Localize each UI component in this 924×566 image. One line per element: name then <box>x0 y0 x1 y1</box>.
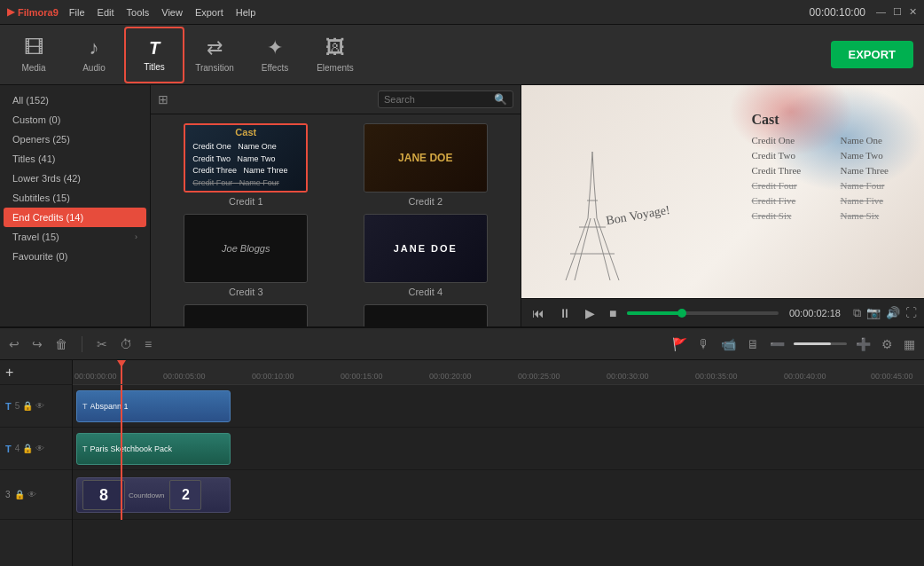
toolbar-media[interactable]: 🎞 Media <box>4 27 64 83</box>
track-label-3: 3 🔒 👁 <box>0 470 72 520</box>
window-controls: — ☐ ✕ <box>876 6 917 18</box>
menu-edit[interactable]: Edit <box>98 7 114 18</box>
transition-icon: ⇄ <box>207 36 223 59</box>
thumb-label-credit1: Credit 1 <box>229 196 263 207</box>
track1-lock-button[interactable]: 🔒 <box>22 401 33 411</box>
volume-slider[interactable] <box>794 342 847 345</box>
screen-mirror-icon[interactable]: ⧉ <box>853 306 861 320</box>
sidebar-item-custom[interactable]: Custom (0) <box>0 110 150 130</box>
credit-row-2: Credit Two Name Two <box>752 150 889 161</box>
thumb-label-credit2: Credit 2 <box>408 196 442 207</box>
redo-button[interactable]: ↪ <box>30 335 44 353</box>
stop-button[interactable]: ■ <box>606 304 620 322</box>
menu-view[interactable]: View <box>161 7 183 18</box>
export-button[interactable]: EXPORT <box>831 41 913 68</box>
track2-lock-button[interactable]: 🔒 <box>22 444 33 453</box>
menu-export[interactable]: Export <box>195 7 223 18</box>
thumb-label-credit3: Credit 3 <box>229 287 263 297</box>
maximize-button[interactable]: ☐ <box>893 6 902 18</box>
thumbnail-credit6[interactable] <box>340 304 513 326</box>
thumbnail-credit4[interactable]: JANE DOE Credit 4 <box>340 214 513 297</box>
equalizer-button[interactable]: ≡ <box>143 335 153 353</box>
track3-controls: 🔒 👁 <box>14 490 36 499</box>
delete-button[interactable]: 🗑 <box>53 335 69 353</box>
track3-eye-button[interactable]: 👁 <box>27 490 36 499</box>
close-button[interactable]: ✕ <box>909 6 917 18</box>
minimize-button[interactable]: — <box>876 6 886 18</box>
menu-tools[interactable]: Tools <box>127 7 150 18</box>
grid-view-icon[interactable]: ⊞ <box>158 92 168 106</box>
credit-row-2-name: Credit Two <box>752 150 823 161</box>
chevron-right-icon: › <box>135 232 137 241</box>
progress-bar[interactable] <box>627 311 778 315</box>
sidebar-openers-label: Openers (25) <box>12 134 70 145</box>
toolbar-effects[interactable]: ✦ Effects <box>245 27 305 83</box>
ruler-mark-3: 00:00:15:00 <box>341 372 383 381</box>
cut-button[interactable]: ✂ <box>95 335 109 353</box>
preview-time: 00:00:02:18 <box>789 308 841 318</box>
add-media-icon[interactable]: + <box>5 365 13 381</box>
audio-icon: ♪ <box>90 36 99 59</box>
mic-button[interactable]: 🎙 <box>696 335 712 353</box>
sidebar-travel-label: Travel (15) <box>12 232 59 242</box>
ruler-mark-4: 00:00:20:00 <box>429 372 472 381</box>
toolbar-separator-1 <box>82 336 82 352</box>
settings-button[interactable]: ⚙ <box>880 335 895 353</box>
fullscreen-icon[interactable]: ⛶ <box>905 306 917 320</box>
sidebar-item-endcredits[interactable]: End Credits (14) <box>4 208 146 227</box>
toolbar-audio[interactable]: ♪ Audio <box>64 27 124 83</box>
toolbar-transition[interactable]: ⇄ Transition <box>184 27 245 83</box>
track2-eye-button[interactable]: 👁 <box>35 444 44 453</box>
search-input[interactable] <box>384 94 490 105</box>
sidebar-item-favourite[interactable]: Favourite (0) <box>0 247 150 266</box>
sidebar-item-travel[interactable]: Travel (15) › <box>0 227 150 247</box>
credit-row-6-name: Credit Six <box>752 210 823 221</box>
minus-button[interactable]: ➖ <box>768 335 787 353</box>
sidebar-item-openers[interactable]: Openers (25) <box>0 130 150 149</box>
screen-btn[interactable]: 🖥 <box>745 335 761 353</box>
clip-countdown[interactable]: 8 Countdown 2 <box>76 477 231 513</box>
undo-button[interactable]: ↩ <box>7 335 21 353</box>
preview-controls: ⏮ ⏸ ▶ ■ 00:00:02:18 ⧉ 📷 🔊 ⛶ <box>521 298 924 326</box>
credit-row-6-value: Name Six <box>841 210 880 221</box>
sidebar-item-all[interactable]: All (152) <box>0 90 150 110</box>
camera-icon[interactable]: 📷 <box>866 306 881 320</box>
clip-paris-icon: T <box>82 444 88 453</box>
track-label-2: T 4 🔒 👁 <box>0 428 72 470</box>
ruler-mark-1: 00:00:05:00 <box>163 372 206 381</box>
search-icon[interactable]: 🔍 <box>494 93 507 106</box>
credit-row-4: Credit Four Name Four <box>752 180 889 191</box>
toolbar-elements[interactable]: 🖼 Elements <box>305 27 365 83</box>
timer-button[interactable]: ⏱ <box>118 335 134 353</box>
thumbnail-credit3[interactable]: Joe Bloggs Credit 3 <box>160 214 333 297</box>
sidebar-item-lower3rds[interactable]: Lower 3rds (42) <box>0 169 150 188</box>
credit-row-5-value: Name Five <box>841 195 884 206</box>
rewind-button[interactable]: ⏮ <box>529 304 548 322</box>
clip-abspann-label: Abspann 1 <box>90 402 129 411</box>
thumbnail-credit5[interactable] <box>160 304 333 326</box>
clip-paris[interactable]: T Paris Sketchbook Pack <box>76 433 231 465</box>
clip-abspann[interactable]: T Abspann 1 <box>76 390 231 422</box>
step-back-button[interactable]: ⏸ <box>555 304 575 322</box>
menu-help[interactable]: Help <box>236 7 256 18</box>
thumbnail-credit2[interactable]: JANE DOE Credit 2 <box>340 123 513 207</box>
sidebar-item-subtitles[interactable]: Subtitles (15) <box>0 188 150 208</box>
track1-eye-button[interactable]: 👁 <box>35 401 44 411</box>
play-button[interactable]: ▶ <box>582 304 599 322</box>
progress-thumb <box>677 309 686 318</box>
grid-timeline-button[interactable]: ▦ <box>902 335 917 353</box>
toolbar-titles[interactable]: T Titles <box>124 27 184 83</box>
plus-button[interactable]: ➕ <box>854 335 873 353</box>
track3-lock-button[interactable]: 🔒 <box>14 490 25 499</box>
volume-icon[interactable]: 🔊 <box>886 306 900 320</box>
toolbar-transition-label: Transition <box>195 63 234 73</box>
marker-button[interactable]: 🚩 <box>670 335 689 353</box>
cast-title: Cast <box>752 112 889 128</box>
sidebar-item-titles[interactable]: Titles (41) <box>0 149 150 169</box>
menu-file[interactable]: File <box>69 7 85 18</box>
timeline-ruler: 00:00:00:00 00:00:05:00 00:00:10:00 00:0… <box>73 360 924 385</box>
camera-btn[interactable]: 📹 <box>719 335 738 353</box>
sidebar-endcredits-label: End Credits (14) <box>12 212 83 223</box>
track-labels: + T 5 🔒 👁 T 4 🔒 👁 3 <box>0 360 73 566</box>
thumbnail-credit1[interactable]: Cast Credit One Name One Credit Two Name… <box>160 123 333 207</box>
